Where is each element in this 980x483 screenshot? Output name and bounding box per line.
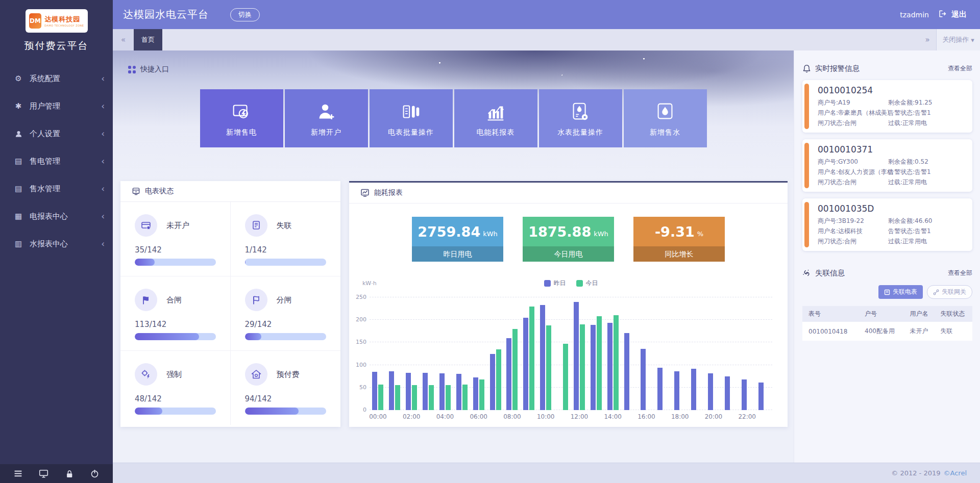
add-user-icon <box>314 100 338 123</box>
page-title: 达模园水电云平台 <box>123 8 209 21</box>
new-electric-sale-button[interactable]: 新增售电 <box>200 89 283 147</box>
chevron-left-icon: ‹ <box>101 130 105 138</box>
lock-icon[interactable] <box>65 469 74 478</box>
tabs-collapse-icon[interactable]: « <box>113 29 134 50</box>
gridline: 150 <box>370 342 772 342</box>
logo: DM 达模科技园 DAMO TECHNOLOGY ZONE <box>26 9 88 33</box>
username[interactable]: tzadmin <box>900 11 929 19</box>
chart-bar-today <box>597 316 602 410</box>
y-axis-tick-label: 0 <box>352 406 366 413</box>
quick-entry-icon <box>128 66 136 73</box>
kpi-yoy-growth: -9.31 % 同比增长 <box>633 217 725 262</box>
sidebar-item-personal-settings[interactable]: 个人设置 ‹ <box>0 120 113 147</box>
chart-bar-yesterday <box>674 371 679 410</box>
bell-icon <box>802 64 811 73</box>
brand-link[interactable]: ©Acrel <box>944 469 967 477</box>
legend-today[interactable]: 今日 <box>576 279 598 288</box>
alarm-balance: 剩余金额:91.25 <box>888 98 967 107</box>
hamburger-menu-icon[interactable] <box>13 469 23 478</box>
sidebar-item-electric-report-center[interactable]: ▦ 电报表中心 ‹ <box>0 202 113 230</box>
legend-swatch-today <box>576 280 583 287</box>
logout-icon[interactable] <box>938 10 946 20</box>
alarm-card[interactable]: 0010010371 商户号:GY300 剩余金额:0.52 用户名:创友人力资… <box>802 139 972 192</box>
alarm-accent-bar <box>804 202 809 247</box>
user-icon <box>13 129 23 138</box>
chart-bar-yesterday <box>372 372 377 410</box>
sidebar-item-label: 用户管理 <box>30 101 60 111</box>
offline-view-all-link[interactable]: 查看全部 <box>948 269 972 277</box>
col-meter-number: 表号 <box>802 306 859 322</box>
tab-home[interactable]: 首页 <box>134 29 162 50</box>
status-count: 29/142 <box>245 320 327 329</box>
gear-bolt-icon <box>135 363 157 386</box>
chart-bar-yesterday <box>574 302 579 410</box>
progress-bar <box>135 408 216 415</box>
legend-yesterday[interactable]: 昨日 <box>544 279 566 288</box>
offline-meter-button[interactable]: 失联电表 <box>878 285 923 299</box>
alarm-switch-state: 闸刀状态:合闸 <box>818 237 888 246</box>
kpi-yesterday-usage: 2759.84 kWh 昨日用电 <box>412 217 503 262</box>
new-account-button[interactable]: 新增开户 <box>285 89 368 147</box>
status-count: 113/142 <box>135 320 216 329</box>
col-offline-status: 失联状态 <box>934 306 972 322</box>
bar-chart-icon <box>484 100 507 123</box>
flag-off-icon <box>245 289 267 311</box>
y-axis-unit-label: kW·h <box>362 280 377 287</box>
sidebar-utility-bar <box>0 464 113 483</box>
logo-cube-icon: DM <box>29 13 42 29</box>
sidebar-item-user-management[interactable]: ✱ 用户管理 ‹ <box>0 92 113 120</box>
offline-meters-table: 表号 户号 用户名 失联状态 0010010418 400配备用 未开户 失联 <box>802 306 972 341</box>
tabs-expand-icon[interactable]: » <box>919 29 936 50</box>
chart-bar-today <box>462 385 468 410</box>
chart-bar-yesterday <box>641 349 646 410</box>
asterisk-icon: ✱ <box>13 101 23 111</box>
status-cell-offline: 失联 1/142 <box>231 202 341 276</box>
offline-gateway-button[interactable]: 失联网关 <box>927 285 972 299</box>
chart-bar-yesterday <box>758 383 764 410</box>
chart-bar-today <box>496 349 501 410</box>
energy-report-button[interactable]: 电能耗报表 <box>454 89 537 147</box>
alarm-merchant: 商户号:A19 <box>818 98 888 107</box>
sidebar-item-label: 水报表中心 <box>30 239 68 249</box>
chart-plot-area: 05010015020025000:0002:0004:0006:0008:00… <box>370 297 772 410</box>
sidebar-item-system-config[interactable]: ⚙ 系统配置 ‹ <box>0 65 113 92</box>
alarm-meter-number: 001001035D <box>818 204 967 214</box>
water-meter-gear-icon <box>569 100 592 123</box>
x-axis-tick-label: 22:00 <box>738 413 756 420</box>
sidebar-menu: ⚙ 系统配置 ‹ ✱ 用户管理 ‹ 个人设置 ‹ ▤ 售电管理 ‹ <box>0 65 113 464</box>
meter-batch-operations-button[interactable]: 电表批量操作 <box>370 89 453 147</box>
alarm-overload: 过载:正常用电 <box>888 237 967 246</box>
switch-button[interactable]: 切换 <box>230 8 260 21</box>
close-operations-dropdown[interactable]: 关闭操作 ▾ <box>936 29 980 50</box>
broken-link-icon <box>802 269 811 277</box>
logout-button[interactable]: 退出 <box>951 10 967 19</box>
monitor-icon[interactable] <box>39 469 48 478</box>
x-axis-tick-label: 20:00 <box>705 413 723 420</box>
sidebar-platform-title: 预付费云平台 <box>0 39 113 53</box>
sidebar-item-water-report-center[interactable]: ▥ 水报表中心 ‹ <box>0 230 113 258</box>
grid-icon: ▦ <box>13 212 23 221</box>
water-meter-batch-button[interactable]: 水表批量操作 <box>539 89 622 147</box>
cell-meter-number: 0010010418 <box>802 322 859 341</box>
alarm-card[interactable]: 0010010254 商户号:A19 剩余金额:91.25 用户名:帝豪磨具（林… <box>802 80 972 133</box>
chart-bar-yesterday <box>423 373 428 410</box>
alarm-accent-bar <box>804 84 809 129</box>
new-water-sale-button[interactable]: 新增售水 <box>624 89 707 147</box>
copyright-text: © 2012 - 2019 <box>891 469 940 477</box>
list-icon: ▤ <box>13 184 23 193</box>
logo-title: 达模科技园 <box>44 15 84 24</box>
chart-bar-yesterday <box>406 373 411 410</box>
sidebar-item-water-sales[interactable]: ▤ 售水管理 ‹ <box>0 175 113 202</box>
progress-bar <box>135 333 216 340</box>
caret-down-icon: ▾ <box>971 36 974 44</box>
status-cell-not-opened: 未开户 35/142 <box>120 202 231 276</box>
alarms-view-all-link[interactable]: 查看全部 <box>948 64 972 73</box>
gridline: 250 <box>370 297 772 297</box>
alarm-card[interactable]: 001001035D 商户号:3B19-22 剩余金额:46.60 用户名:达模… <box>802 198 972 251</box>
x-axis-tick-label: 18:00 <box>671 413 689 420</box>
gridline: 200 <box>370 319 772 320</box>
power-icon[interactable] <box>90 469 100 478</box>
chart-bar-yesterday <box>439 373 445 410</box>
chevron-left-icon: ‹ <box>101 102 105 111</box>
sidebar-item-electric-sales[interactable]: ▤ 售电管理 ‹ <box>0 147 113 175</box>
